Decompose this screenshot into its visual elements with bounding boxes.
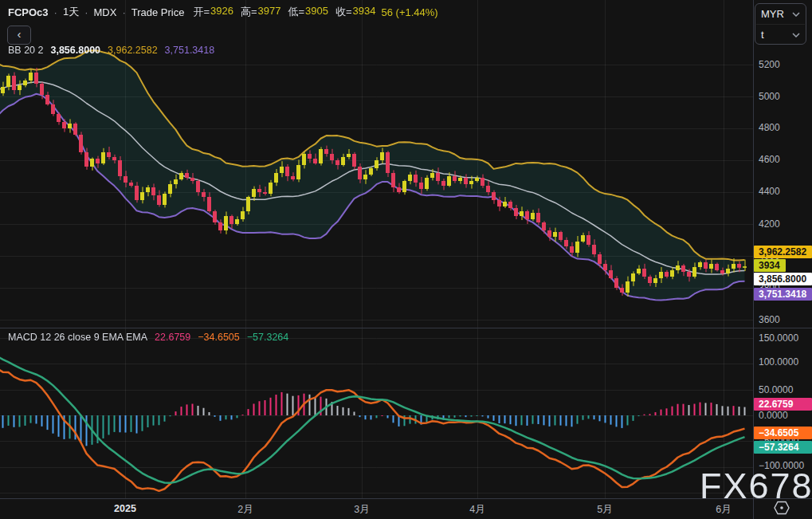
price-axis-tick: 4600 bbox=[759, 154, 780, 165]
currency-value: MYR bbox=[761, 8, 784, 20]
symbol-header: FCPOc3 · 1天 · MDX · Trade Price 开=3926高=… bbox=[8, 5, 438, 19]
ohlc-item-label: 开= bbox=[193, 5, 210, 19]
series-type: Trade Price bbox=[131, 6, 185, 18]
price-axis-tick: 5000 bbox=[759, 91, 780, 102]
macd-hist-value-label: 22.6759 bbox=[754, 398, 812, 411]
unit-dropdown[interactable]: t bbox=[755, 25, 806, 45]
bb-upper-value: 3,962.2582 bbox=[108, 45, 158, 56]
ohlc-item-value: 3934 bbox=[353, 5, 376, 19]
bb-basis-price-label: 3,856.8000 bbox=[754, 273, 812, 285]
bb-basis-value: 3,856.8000 bbox=[50, 45, 100, 56]
time-axis-separator bbox=[0, 498, 812, 499]
time-axis-label[interactable]: 2025 bbox=[100, 503, 151, 514]
hexagon-logo-icon[interactable] bbox=[774, 501, 790, 515]
ohlc-item: 收=3934 bbox=[335, 5, 376, 19]
separator-dot: · bbox=[122, 6, 125, 18]
fx678-watermark: FX678 bbox=[700, 466, 812, 507]
ohlc-item: 开=3926 bbox=[193, 5, 233, 19]
time-axis-label[interactable]: 4月 bbox=[452, 503, 503, 517]
unit-value: t bbox=[761, 29, 764, 41]
price-axis-tick: 4400 bbox=[759, 186, 780, 197]
chevron-down-icon bbox=[792, 12, 800, 17]
exchange-name[interactable]: MDX bbox=[94, 6, 117, 18]
macd-indicator-row[interactable]: MACD 12 26 close 9 EMA EMA 22.6759 −34.6… bbox=[8, 332, 288, 343]
ohlc-item-value: 3905 bbox=[305, 5, 328, 19]
chevron-down-icon bbox=[792, 33, 800, 37]
symbol-name[interactable]: FCPOc3 bbox=[8, 6, 49, 18]
bb-lower-value: 3,751.3418 bbox=[165, 45, 215, 56]
macd-indicator-title: MACD 12 26 close 9 EMA EMA bbox=[8, 332, 147, 343]
separator-dot: · bbox=[84, 6, 88, 18]
chart-app: FCPOc3 · 1天 · MDX · Trade Price 开=3926高=… bbox=[0, 0, 812, 519]
macd-hist-value: 22.6759 bbox=[155, 332, 190, 343]
ohlc-item: 低=3905 bbox=[288, 5, 328, 19]
macd-axis-tick: 50.0000 bbox=[759, 384, 793, 395]
ohlc-item-value: 3926 bbox=[210, 5, 233, 19]
time-axis-label[interactable]: 3月 bbox=[336, 503, 387, 517]
macd-axis-tick: 150.0000 bbox=[759, 332, 798, 344]
price-axis-tick: 5200 bbox=[759, 59, 780, 70]
bb-lower-price-label: 3,751.3418 bbox=[754, 288, 812, 301]
ohlc-item-label: 收= bbox=[335, 5, 352, 19]
bb-indicator-title: BB 20 2 bbox=[8, 45, 43, 56]
macd-axis-tick: 0.0000 bbox=[759, 410, 788, 421]
time-axis-label[interactable]: 5月 bbox=[579, 503, 630, 517]
panel-separator[interactable] bbox=[0, 328, 812, 328]
macd-signal-value: −57.3264 bbox=[247, 332, 288, 343]
ohlc-item: 高=3977 bbox=[241, 5, 281, 19]
ohlc-item-label: 高= bbox=[241, 5, 257, 19]
bb-upper-price-label: 3,962.2582 bbox=[754, 246, 812, 258]
ohlc-values: 开=3926高=3977低=3905收=3934 bbox=[193, 5, 375, 19]
macd-axis-tick: 100.0000 bbox=[759, 356, 798, 368]
separator-dot: · bbox=[54, 6, 57, 18]
price-axis-tick: 4800 bbox=[759, 122, 780, 133]
macd-chart-canvas[interactable] bbox=[0, 328, 753, 498]
macd-signal-value-label: −57.3264 bbox=[754, 441, 812, 454]
time-axis-label[interactable]: 2月 bbox=[220, 503, 271, 517]
currency-dropdown[interactable]: MYR bbox=[755, 4, 806, 24]
change-value: 56 (+1.44%) bbox=[382, 6, 438, 18]
last-price-label: 3934 bbox=[754, 259, 786, 272]
ohlc-item-label: 低= bbox=[288, 5, 304, 19]
interval-value[interactable]: 1天 bbox=[63, 5, 79, 19]
macd-line-value: −34.6505 bbox=[198, 332, 239, 343]
price-axis-tick: 3600 bbox=[759, 314, 780, 325]
currency-unit-box: MYR t bbox=[755, 3, 806, 45]
back-button[interactable]: ‹ bbox=[7, 26, 31, 45]
ohlc-item-value: 3977 bbox=[258, 5, 281, 19]
bb-indicator-row[interactable]: BB 20 2 3,856.8000 3,962.2582 3,751.3418 bbox=[8, 45, 214, 56]
macd-line-value-label: −34.6505 bbox=[754, 427, 812, 439]
price-axis-tick: 4200 bbox=[759, 218, 780, 230]
